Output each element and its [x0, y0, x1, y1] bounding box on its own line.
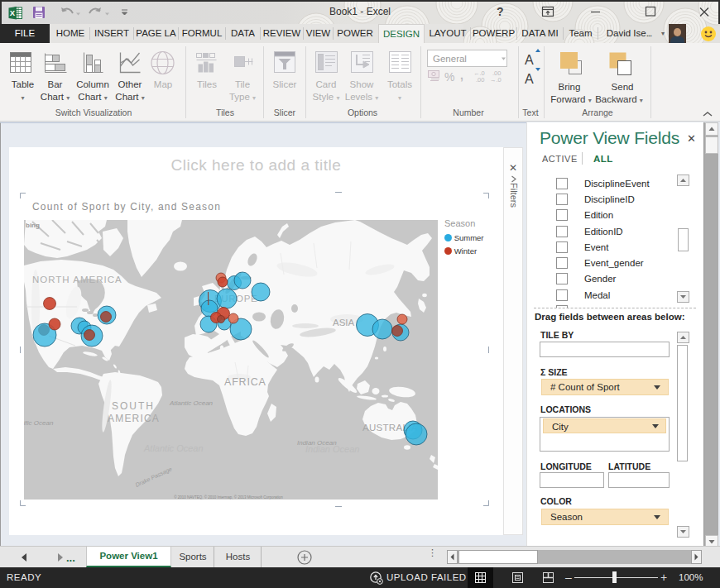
svg-text:X: X: [10, 8, 16, 17]
svg-text:NORTH AMERICA: NORTH AMERICA: [32, 275, 122, 284]
svg-text:,: ,: [460, 69, 463, 82]
svg-text:ASIA: ASIA: [333, 318, 355, 327]
svg-text:A: A: [525, 53, 534, 67]
svg-text:General: General: [433, 54, 467, 64]
svg-text:→.0: →.0: [490, 76, 502, 84]
svg-text:Atlantic Ocean: Atlantic Ocean: [169, 399, 214, 407]
svg-text:Atlantic Ocean: Atlantic Ocean: [143, 443, 204, 453]
svg-text:Indian Ocean: Indian Ocean: [305, 444, 359, 454]
svg-text:AMERICA: AMERICA: [108, 413, 160, 424]
svg-text:© 2010 NAVTEQ, © 2010 Intermap: © 2010 NAVTEQ, © 2010 Intermap, © 2013 M…: [174, 495, 283, 500]
svg-text:SOUTH: SOUTH: [112, 400, 155, 412]
svg-text:AFRICA: AFRICA: [224, 376, 266, 388]
svg-text:bing: bing: [26, 222, 40, 229]
svg-text:...: ...: [66, 552, 75, 564]
svg-text:.00: .00: [476, 76, 484, 84]
svg-text:%: %: [444, 70, 454, 84]
svg-text:A: A: [525, 72, 534, 86]
svg-text:Pacific Ocean: Pacific Ocean: [24, 419, 54, 427]
svg-text:?: ?: [497, 5, 504, 18]
